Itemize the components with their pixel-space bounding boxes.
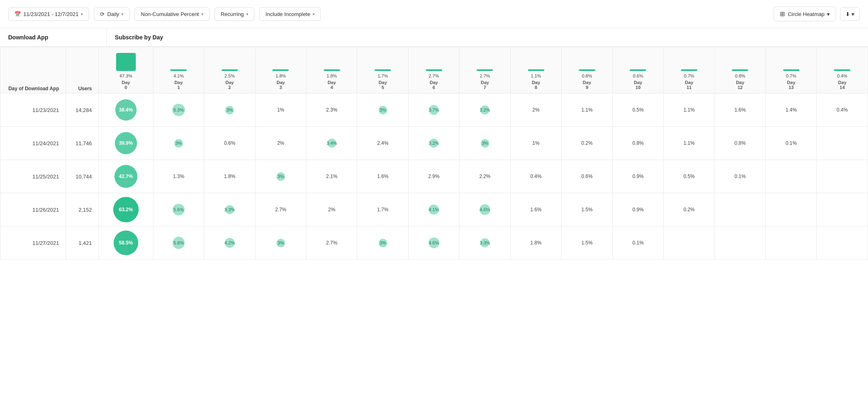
row-day-5: 3% (357, 94, 408, 127)
col-header-day-0: 47.3% Day 0 (99, 47, 153, 94)
row-day-11: 1.1% (664, 94, 715, 127)
row-day-9: 1.1% (562, 94, 612, 127)
row-date: 11/25/2021 (0, 160, 66, 193)
row-day-10: 0.9% (612, 160, 663, 193)
table-row: 11/27/20211,42158.5%5.8%4.2%3%2.7%3%4.6%… (0, 226, 868, 260)
col-header-day-11: 0.7% Day11 (664, 47, 715, 94)
row-day-4: 2% (306, 193, 357, 226)
row-day-1: 3% (153, 127, 204, 160)
row-day-4: 3.4% (306, 127, 357, 160)
download-button[interactable]: ⬇ ▾ (840, 7, 860, 21)
row-users: 2,152 (66, 193, 99, 226)
row-users: 11,746 (66, 127, 99, 160)
date-range-picker[interactable]: 📅 11/23/2021 - 12/7/2021 ▾ (8, 7, 89, 21)
row-day-7: 3% (459, 127, 510, 160)
row-day-10: 0.1% (612, 226, 663, 260)
row-day-2: 1.8% (204, 160, 255, 193)
table-row: 11/26/20212,15263.2%5.6%3.3%2.7%2%1.7%4.… (0, 193, 868, 226)
row-day-12: 0.8% (715, 127, 765, 160)
row-day-8: 2% (510, 94, 561, 127)
row-day-8: 0.4% (510, 160, 561, 193)
row-day-8: 1% (510, 127, 561, 160)
row-day-0: 39.9% (99, 127, 153, 160)
col-header-day-9: 0.8% Day9 (562, 47, 612, 94)
row-day-11: 0.2% (664, 193, 715, 226)
metric-picker[interactable]: Non-Cumulative Percent ▾ (135, 7, 210, 21)
chevron-down-icon: ▾ (81, 12, 83, 16)
row-day-9: 1.5% (562, 226, 612, 260)
row-day-5: 2.4% (357, 127, 408, 160)
row-date: 11/24/2021 (0, 127, 66, 160)
row-day-13: 0.1% (765, 127, 816, 160)
row-day-12: 0.1% (715, 160, 765, 193)
toolbar: 📅 11/23/2021 - 12/7/2021 ▾ ⟳ Daily ▾ Non… (0, 0, 868, 28)
row-day-6: 4.6% (408, 226, 459, 260)
col-header-day-4: 1.8% Day4 (306, 47, 357, 94)
grid-icon: ⊞ (780, 10, 785, 18)
row-day-14 (817, 226, 868, 260)
row-day-7: 4.6% (459, 193, 510, 226)
row-day-6: 3.2% (408, 127, 459, 160)
row-day-9: 1.5% (562, 193, 612, 226)
row-day-0: 58.5% (99, 226, 153, 260)
col-header-day-8: 1.1% Day8 (510, 47, 561, 94)
row-day-3: 2.7% (255, 193, 306, 226)
row-day-2: 0.6% (204, 127, 255, 160)
row-day-10: 0.9% (612, 193, 663, 226)
row-date: 11/27/2021 (0, 226, 66, 260)
row-users: 10,744 (66, 160, 99, 193)
view-type-picker[interactable]: ⊞ Circle Heatmap ▾ (774, 7, 836, 21)
row-day-2: 3.3% (204, 193, 255, 226)
row-day-7: 3.3% (459, 226, 510, 260)
row-day-3: 3% (255, 160, 306, 193)
row-day-3: 2% (255, 127, 306, 160)
row-day-14: 0.4% (817, 94, 868, 127)
subscribe-by-day-header: Subscribe by Day (107, 28, 868, 46)
row-day-13 (765, 193, 816, 226)
row-day-10: 0.5% (612, 94, 663, 127)
row-day-12 (715, 193, 765, 226)
row-day-3: 3% (255, 226, 306, 260)
col-header-day-5: 1.7% Day5 (357, 47, 408, 94)
download-icon: ⬇ (845, 11, 850, 17)
col-header-day-1: 4.1% Day1 (153, 47, 204, 94)
chevron-down-icon: ▾ (246, 12, 248, 16)
row-day-13 (765, 226, 816, 260)
include-incomplete-picker[interactable]: Include Incomplete ▾ (259, 7, 321, 21)
table-row: 11/23/202114,28438.4%6.3%3%1%2.3%3%3.7%3… (0, 94, 868, 127)
cohort-table: Day of Download App Users 47.3% Day 0 (0, 47, 868, 260)
row-day-1: 6.3% (153, 94, 204, 127)
row-day-1: 1.3% (153, 160, 204, 193)
col-header-day-10: 0.6% Day10 (612, 47, 663, 94)
row-day-13: 1.4% (765, 94, 816, 127)
chevron-down-icon: ▾ (121, 12, 123, 16)
chevron-down-icon: ▾ (201, 12, 203, 16)
row-day-11: 1.1% (664, 127, 715, 160)
col-header-day-13: 0.7% Day13 (765, 47, 816, 94)
col-header-day-14: 0.4% Day14 (817, 47, 868, 94)
row-day-5: 3% (357, 226, 408, 260)
recurring-picker[interactable]: Recurring ▾ (215, 7, 254, 21)
chevron-down-icon: ▾ (827, 11, 830, 17)
row-day-4: 2.1% (306, 160, 357, 193)
col-header-day-6: 2.7% Day6 (408, 47, 459, 94)
view-type-label: Circle Heatmap (788, 11, 825, 17)
row-day-1: 5.8% (153, 226, 204, 260)
table-row: 11/25/202110,74442.7%1.3%1.8%3%2.1%1.6%2… (0, 160, 868, 193)
row-day-8: 1.6% (510, 193, 561, 226)
row-day-12: 1.6% (715, 94, 765, 127)
row-day-14 (817, 193, 868, 226)
row-day-0: 38.4% (99, 94, 153, 127)
frequency-picker[interactable]: ⟳ Daily ▾ (94, 7, 130, 21)
row-day-6: 4.1% (408, 193, 459, 226)
section-headers: Download App Subscribe by Day (0, 28, 868, 47)
row-day-8: 1.8% (510, 226, 561, 260)
row-day-1: 5.6% (153, 193, 204, 226)
row-day-2: 3% (204, 94, 255, 127)
include-incomplete-label: Include Incomplete (265, 11, 310, 17)
toolbar-right: ⊞ Circle Heatmap ▾ ⬇ ▾ (774, 7, 860, 21)
col-header-date: Day of Download App (0, 47, 66, 94)
col-header-day-12: 0.8% Day12 (715, 47, 765, 94)
row-day-6: 2.9% (408, 160, 459, 193)
row-day-12 (715, 226, 765, 260)
